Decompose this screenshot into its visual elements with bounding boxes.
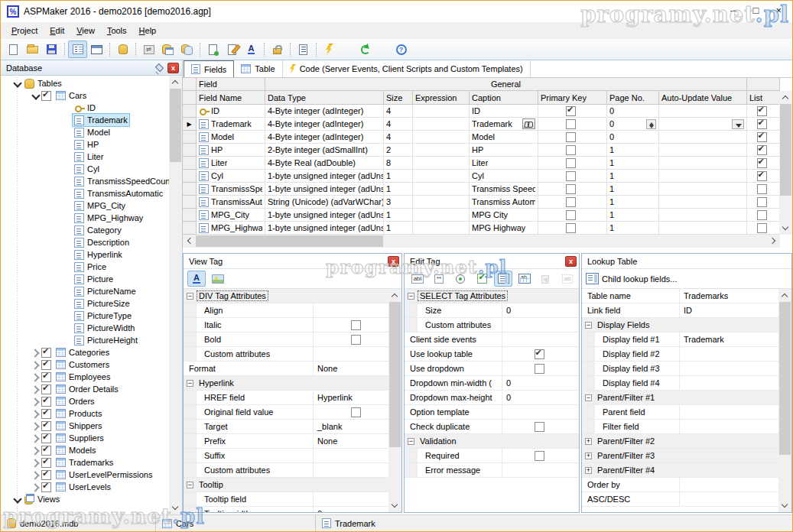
chevron-right-icon[interactable] bbox=[30, 457, 41, 469]
row-header[interactable] bbox=[183, 196, 197, 209]
chevron-down-icon[interactable] bbox=[11, 78, 23, 89]
cell-size[interactable]: 1 bbox=[384, 170, 413, 183]
cell-primary-key[interactable] bbox=[538, 196, 607, 209]
cell-page-no[interactable]: 1 bbox=[607, 222, 659, 235]
list-checkbox[interactable] bbox=[757, 197, 767, 207]
property-row-link-field[interactable]: Link fieldID bbox=[582, 303, 791, 318]
cell-list[interactable] bbox=[747, 105, 780, 118]
primary-key-checkbox[interactable] bbox=[566, 184, 576, 194]
cell-caption[interactable]: MPG Highway bbox=[470, 222, 538, 235]
cell-field-name[interactable]: Liter bbox=[197, 157, 265, 170]
property-row-target[interactable]: Target_blank bbox=[184, 420, 401, 434]
primary-key-checkbox[interactable] bbox=[566, 210, 576, 220]
cell-primary-key[interactable] bbox=[538, 170, 607, 183]
view-tag-scrollbar[interactable] bbox=[388, 289, 401, 512]
chevron-right-icon[interactable] bbox=[30, 371, 41, 383]
menu-item-view[interactable]: View bbox=[70, 24, 101, 37]
property-row-option-template[interactable]: Option template bbox=[405, 405, 579, 420]
property-row-table-name[interactable]: Table nameTrademarks bbox=[582, 289, 791, 303]
cell-data-type[interactable]: 1-byte unsigned integer (adUnsi bbox=[265, 183, 384, 196]
security-settings-button[interactable] bbox=[268, 41, 287, 58]
cell-field-name[interactable]: HP bbox=[197, 144, 265, 157]
output-database-button[interactable] bbox=[113, 41, 132, 58]
property-value[interactable]: Trademarks bbox=[680, 289, 791, 303]
property-value[interactable]: 0 bbox=[502, 391, 579, 404]
property-row-format[interactable]: FormatNone bbox=[184, 362, 401, 376]
chevron-right-icon[interactable] bbox=[30, 433, 41, 444]
property-value[interactable] bbox=[502, 362, 579, 375]
row-header[interactable] bbox=[183, 105, 197, 118]
cell-primary-key[interactable] bbox=[538, 118, 607, 131]
child-lookup-fields-button[interactable]: Child lookup fields... bbox=[602, 274, 677, 284]
help-button[interactable]: ? bbox=[392, 41, 411, 58]
scroll-left-icon[interactable] bbox=[183, 235, 196, 248]
cell-auto-update[interactable] bbox=[659, 118, 747, 131]
list-checkbox[interactable] bbox=[757, 171, 767, 181]
expand-toggle-icon[interactable]: − bbox=[585, 394, 592, 401]
tree-item-tables[interactable]: Tables bbox=[1, 77, 169, 89]
generate-button[interactable] bbox=[320, 41, 339, 58]
property-category-parent-filter-1[interactable]: −Parent/Filter #1 bbox=[582, 391, 791, 405]
expand-toggle-icon[interactable]: − bbox=[585, 322, 592, 329]
tree-checkbox[interactable] bbox=[41, 470, 51, 480]
cell-size[interactable]: 4 bbox=[384, 105, 413, 118]
property-row-dropdown-max-height[interactable]: Dropdown max-height0 bbox=[405, 391, 579, 405]
property-row-custom-attributes[interactable]: Custom attributes bbox=[184, 347, 401, 362]
tree-item-model[interactable]: Model bbox=[1, 126, 169, 138]
cell-auto-update[interactable] bbox=[659, 222, 747, 235]
tree-item-price[interactable]: Price bbox=[1, 261, 169, 273]
property-row-prefix[interactable]: PrefixNone bbox=[184, 434, 401, 449]
report-button[interactable] bbox=[294, 41, 313, 58]
cell-expression[interactable] bbox=[413, 105, 470, 118]
cell-page-no[interactable]: 1 bbox=[607, 170, 659, 183]
primary-key-checkbox[interactable] bbox=[566, 106, 576, 116]
primary-key-checkbox[interactable] bbox=[566, 145, 576, 155]
property-value[interactable]: Trademark bbox=[680, 332, 791, 346]
cell-auto-update[interactable] bbox=[659, 183, 747, 196]
list-checkbox[interactable] bbox=[757, 223, 767, 233]
cell-caption[interactable]: Transmiss Automatic bbox=[470, 196, 538, 209]
cell-data-type[interactable]: 4-Byte Real (adDouble) bbox=[265, 157, 384, 170]
tree-item-suppliers[interactable]: Suppliers bbox=[1, 432, 169, 444]
row-header[interactable] bbox=[183, 157, 197, 170]
generate-table-button[interactable] bbox=[158, 41, 177, 58]
chevron-down-icon[interactable] bbox=[11, 494, 23, 505]
property-row-required[interactable]: Required bbox=[405, 449, 579, 463]
property-row-suffix[interactable]: Suffix bbox=[184, 449, 401, 463]
menu-item-project[interactable]: Project bbox=[5, 24, 44, 37]
property-checkbox[interactable] bbox=[351, 335, 361, 345]
cell-list[interactable] bbox=[747, 222, 780, 235]
cell-expression[interactable] bbox=[413, 183, 470, 196]
grid-vertical-scrollbar[interactable] bbox=[779, 91, 792, 235]
tab-fields[interactable]: Fields bbox=[184, 60, 234, 77]
tree-item-transmissautomatic[interactable]: TransmissAutomatic bbox=[1, 187, 169, 200]
cell-data-type[interactable]: 4-Byte integer (adInteger) bbox=[265, 118, 384, 131]
tree-item-hp[interactable]: HP bbox=[1, 138, 169, 151]
open-project-button[interactable] bbox=[23, 41, 42, 58]
tree-checkbox[interactable] bbox=[41, 360, 51, 370]
column-header-page-no-[interactable]: Page No. bbox=[607, 91, 659, 105]
cell-auto-update[interactable] bbox=[659, 105, 747, 118]
primary-key-checkbox[interactable] bbox=[566, 119, 576, 129]
cell-expression[interactable] bbox=[413, 209, 470, 222]
cell-field-name[interactable]: MPG_City bbox=[197, 209, 265, 222]
property-value[interactable]: 0 bbox=[502, 376, 579, 390]
tree-checkbox[interactable] bbox=[41, 421, 51, 431]
row-header[interactable]: ▶ bbox=[183, 118, 197, 131]
tree-item-pictureheight[interactable]: PictureHeight bbox=[1, 334, 169, 346]
scroll-down-icon[interactable] bbox=[779, 222, 792, 235]
property-checkbox[interactable] bbox=[535, 364, 544, 374]
tree-checkbox[interactable] bbox=[41, 482, 51, 492]
row-header[interactable] bbox=[183, 209, 197, 222]
tree-item-employees[interactable]: Employees bbox=[1, 371, 169, 383]
database-panel-close-icon[interactable]: x bbox=[167, 63, 179, 73]
page-spinner[interactable] bbox=[646, 119, 656, 129]
cell-caption[interactable]: Liter bbox=[470, 157, 538, 170]
chevron-right-icon[interactable] bbox=[30, 469, 41, 481]
property-value[interactable]: 0 bbox=[502, 303, 579, 317]
property-value[interactable] bbox=[680, 405, 791, 419]
cell-primary-key[interactable] bbox=[538, 209, 607, 222]
primary-key-checkbox[interactable] bbox=[566, 223, 576, 233]
tree-checkbox[interactable] bbox=[41, 384, 51, 394]
tree-item-userlevelpermissions[interactable]: UserLevelPermissions bbox=[1, 469, 169, 481]
